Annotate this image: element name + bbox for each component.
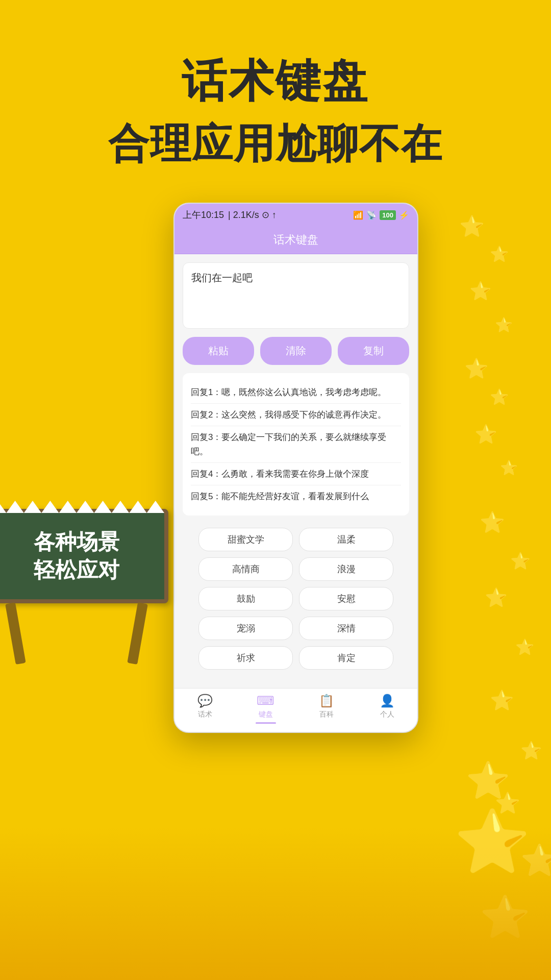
app-content: 我们在一起吧 粘贴 清除 复制 回复1：嗯，既然你这么认真地说，我考虑考虑呢。回… <box>174 254 417 688</box>
reply-item-5[interactable]: 回复5：能不能先经营好友谊，看看发展到什么 <box>191 485 401 507</box>
reply-item-3[interactable]: 回复3：要么确定一下我们的关系，要么就继续享受吧。 <box>191 426 401 462</box>
reply-list: 回复1：嗯，既然你这么认真地说，我考虑考虑呢。回复2：这么突然，我得感受下你的诚… <box>183 373 409 516</box>
category-btn-2-1[interactable]: 安慰 <box>299 587 393 610</box>
status-right: 📶 📡 100 ⚡ <box>353 210 409 220</box>
wifi-icon: 📡 <box>366 210 377 220</box>
copy-button[interactable]: 复制 <box>338 337 409 365</box>
bottom-nav: 💬话术⌨键盘📋百科👤个人 <box>174 688 417 732</box>
signal-icon: 📶 <box>353 210 363 220</box>
category-btn-1-0[interactable]: 高情商 <box>198 557 293 581</box>
large-star-decoration: ⭐ <box>454 806 531 878</box>
nav-active-indicator <box>256 722 276 724</box>
category-row-0: 甜蜜文学温柔 <box>183 528 409 551</box>
category-btn-0-0[interactable]: 甜蜜文学 <box>198 528 293 551</box>
nav-label-话术: 话术 <box>198 710 212 719</box>
category-btn-4-1[interactable]: 肯定 <box>299 646 393 670</box>
nav-label-个人: 个人 <box>380 710 394 719</box>
reply-item-1[interactable]: 回复1：嗯，既然你这么认真地说，我考虑考虑呢。 <box>191 381 401 404</box>
category-btn-0-1[interactable]: 温柔 <box>299 528 393 551</box>
nav-item-个人[interactable]: 👤个人 <box>357 694 417 724</box>
action-buttons: 粘贴 清除 复制 <box>183 337 409 365</box>
category-btn-3-1[interactable]: 深情 <box>299 617 393 640</box>
nav-item-百科[interactable]: 📋百科 <box>296 694 357 724</box>
chalkboard-stand <box>0 603 168 665</box>
nav-icon-百科: 📋 <box>319 694 334 708</box>
input-text: 我们在一起吧 <box>191 272 253 283</box>
charging-icon: ⚡ <box>399 210 409 220</box>
reply-item-2[interactable]: 回复2：这么突然，我得感受下你的诚意再作决定。 <box>191 404 401 426</box>
category-row-2: 鼓励安慰 <box>183 587 409 610</box>
clear-button[interactable]: 清除 <box>260 337 332 365</box>
chalkboard-text: 各种场景 轻松应对 <box>1 528 152 584</box>
category-btn-1-1[interactable]: 浪漫 <box>299 557 393 581</box>
nav-label-键盘: 键盘 <box>259 710 273 719</box>
status-left: 上午10:15 | 2.1K/s ⊙ ↑ <box>183 209 277 221</box>
category-row-1: 高情商浪漫 <box>183 557 409 581</box>
nav-icon-个人: 👤 <box>380 694 395 708</box>
medium-star-decoration: ⭐ <box>466 760 510 801</box>
reply-item-4[interactable]: 回复4：么勇敢，看来我需要在你身上做个深度 <box>191 463 401 485</box>
nav-item-话术[interactable]: 💬话术 <box>174 694 235 724</box>
nav-item-键盘[interactable]: ⌨键盘 <box>235 694 296 724</box>
chalkboard: 各种场景 轻松应对 <box>0 509 168 603</box>
category-grid: 甜蜜文学温柔高情商浪漫鼓励安慰宠溺深情祈求肯定 <box>183 524 409 680</box>
stand-leg-left <box>5 602 26 665</box>
hero-line2: 合理应用尬聊不在 <box>108 117 443 172</box>
category-row-4: 祈求肯定 <box>183 646 409 670</box>
text-input-area[interactable]: 我们在一起吧 <box>183 262 409 329</box>
nav-icon-话术: 💬 <box>197 694 213 708</box>
category-btn-2-0[interactable]: 鼓励 <box>198 587 293 610</box>
nav-icon-键盘: ⌨ <box>257 694 274 708</box>
status-speed: | 2.1K/s ⊙ ↑ <box>228 209 277 220</box>
hero-line1: 话术键盘 <box>108 51 443 112</box>
status-bar: 上午10:15 | 2.1K/s ⊙ ↑ 📶 📡 100 ⚡ <box>174 204 417 226</box>
category-btn-4-0[interactable]: 祈求 <box>198 646 293 670</box>
phone-frame: 上午10:15 | 2.1K/s ⊙ ↑ 📶 📡 100 ⚡ 话术键盘 <box>173 203 418 733</box>
hero-title: 话术键盘 合理应用尬聊不在 <box>108 51 443 172</box>
battery-icon: 100 <box>380 210 396 220</box>
app-title: 话术键盘 <box>273 233 318 246</box>
category-row-3: 宠溺深情 <box>183 617 409 640</box>
paste-button[interactable]: 粘贴 <box>183 337 254 365</box>
app-header: 话术键盘 <box>174 226 417 254</box>
nav-label-百科: 百科 <box>319 710 334 719</box>
chalkboard-wrapper: 各种场景 轻松应对 <box>0 509 168 665</box>
star-decoration: ⭐ <box>520 740 542 761</box>
status-time: 上午10:15 <box>183 209 224 221</box>
category-btn-3-0[interactable]: 宠溺 <box>198 617 293 640</box>
stand-leg-right <box>127 602 148 665</box>
phone-wrapper: 上午10:15 | 2.1K/s ⊙ ↑ 📶 📡 100 ⚡ 话术键盘 <box>173 203 418 733</box>
